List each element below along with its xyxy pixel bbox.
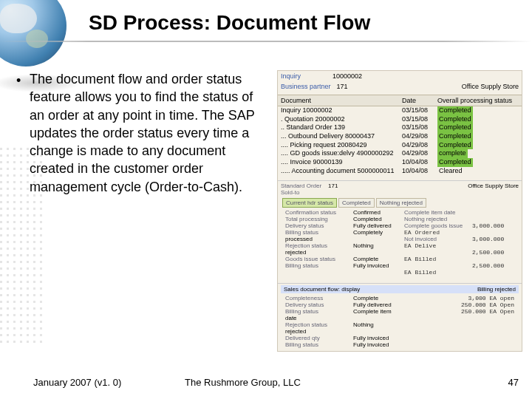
body-paragraph: The document flow and order status featu… xyxy=(30,72,255,194)
table-row: .. Standard Order 13903/15/08Completed xyxy=(278,123,522,132)
footer-center: The Rushmore Group, LLC xyxy=(185,377,301,388)
blue-line-left: Sales document flow: display xyxy=(284,286,477,293)
table-row: ... Outbound Delivery 8000043704/29/08Co… xyxy=(278,132,522,141)
footer-left: January 2007 (v1. 0) xyxy=(33,377,121,388)
sap-screenshot: Inquiry 10000002 Business partner 171 Of… xyxy=(277,70,522,352)
page-number: 47 xyxy=(508,377,519,388)
sap-tab[interactable]: Current hdr status xyxy=(282,198,337,208)
table-row: . Quotation 2000000203/15/08Completed xyxy=(278,115,522,124)
sap-sub-panel-1: Standard Order 171 Office Supply Store S… xyxy=(278,180,522,279)
std-order-partner: Office Supply Store xyxy=(468,183,519,189)
sap-detail-left-2: CompletenessCompleteDelivery statusFully… xyxy=(281,293,400,349)
title-underline xyxy=(0,41,532,42)
sap-tab[interactable]: Nothing rejected xyxy=(376,198,426,208)
std-order-val: 171 xyxy=(328,183,338,189)
table-row: Inquiry 1000000203/15/08Completed xyxy=(278,106,522,115)
sap-header-row2: Business partner 171 Office Supply Store xyxy=(278,81,522,92)
sap-blue-line: Sales document flow: display Billing rej… xyxy=(281,285,519,293)
sap-table-body: Inquiry 1000000203/15/08Completed. Quota… xyxy=(278,106,522,176)
bp-name: Office Supply Store xyxy=(462,83,519,90)
inquiry-label: Inquiry xyxy=(281,72,327,80)
inquiry-value: 10000002 xyxy=(332,72,362,80)
bp-label: Business partner xyxy=(281,83,331,90)
table-row: .... Invoice 9000013910/04/08Completed xyxy=(278,158,522,167)
sap-detail-left-1: Confirmation statusConfirmedTotal proces… xyxy=(281,208,400,277)
table-row: .... GD goods issue:delvy 490000029204/2… xyxy=(278,149,522,158)
sap-table-header: Document Date Overall processing status xyxy=(278,95,522,106)
soldto-label: Sold-to xyxy=(281,189,324,196)
slide-title: SD Process: Document Flow xyxy=(89,11,370,35)
sap-detail-right-2: 3,000 EA open250.000 EA Open250.000 EA O… xyxy=(400,293,519,349)
col-date: Date xyxy=(402,97,437,104)
table-row: ..... Accounting document 500000001110/0… xyxy=(278,167,522,176)
sap-detail-right-1: Complete item dateNothing rejectedComple… xyxy=(400,208,519,277)
slide-body: • The document flow and order status fea… xyxy=(30,70,266,196)
bullet-icon: • xyxy=(16,72,21,89)
sap-tab-strip-1: Current hdr statusCompletedNothing rejec… xyxy=(281,198,519,208)
blue-line-right: Billing rejected xyxy=(477,286,516,293)
sap-tab[interactable]: Completed xyxy=(338,198,375,208)
col-status: Overall processing status xyxy=(437,97,519,104)
sap-sub-panel-2: Sales document flow: display Billing rej… xyxy=(278,283,522,351)
bp-value: 171 xyxy=(337,83,348,90)
col-document: Document xyxy=(281,97,402,104)
sap-header-row1: Inquiry 10000002 xyxy=(278,71,522,81)
std-order-label: Standard Order xyxy=(281,183,324,189)
table-row: .... Picking request 2008042904/29/08Com… xyxy=(278,141,522,150)
